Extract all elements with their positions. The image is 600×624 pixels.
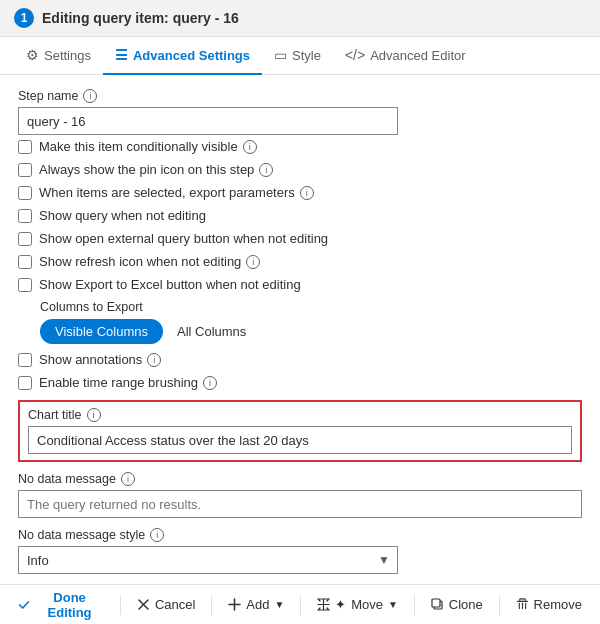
svg-rect-8 (522, 603, 523, 610)
columns-toggle-buttons: Visible Columns All Columns (40, 319, 582, 344)
footer-toolbar: Done Editing Cancel Add ▼ ✦ Move ▼ Clone (0, 584, 600, 624)
style-icon: ▭ (274, 47, 287, 63)
no-data-style-select[interactable]: Info Warning Error Success (18, 546, 398, 574)
footer-divider-1 (120, 595, 121, 615)
advanced-editor-icon: </> (345, 47, 365, 63)
chart-title-section: Chart title i (18, 400, 582, 462)
tab-advanced-editor[interactable]: </> Advanced Editor (333, 37, 478, 75)
visible-columns-button[interactable]: Visible Columns (40, 319, 163, 344)
tab-advanced-settings-label: Advanced Settings (133, 48, 250, 63)
checkbox-pin-icon: Always show the pin icon on this step i (18, 158, 582, 181)
content: Step name i Make this item conditionally… (0, 75, 600, 624)
chart-title-label: Chart title i (28, 408, 572, 422)
checkbox-export-parameters-input[interactable] (18, 186, 32, 200)
checkbox-export-excel-input[interactable] (18, 278, 32, 292)
remove-icon (516, 598, 529, 611)
checkbox-export-excel: Show Export to Excel button when not edi… (18, 273, 582, 296)
columns-export-label: Columns to Export (40, 300, 582, 314)
footer-divider-5 (499, 595, 500, 615)
no-data-message-info-icon[interactable]: i (121, 472, 135, 486)
no-data-message-label: No data message i (18, 472, 582, 486)
svg-rect-5 (432, 599, 440, 607)
checkbox-annotations: Show annotations i (18, 348, 582, 371)
no-data-style-info-icon[interactable]: i (150, 528, 164, 542)
tab-advanced-editor-label: Advanced Editor (370, 48, 465, 63)
header: 1 Editing query item: query - 16 (0, 0, 600, 37)
tab-advanced-settings[interactable]: ☰ Advanced Settings (103, 37, 262, 75)
checkbox-show-query-input[interactable] (18, 209, 32, 223)
footer-divider-4 (414, 595, 415, 615)
step-name-label: Step name i (18, 89, 582, 103)
settings-icon: ⚙ (26, 47, 39, 63)
annotations-info-icon[interactable]: i (147, 353, 161, 367)
columns-export-section: Columns to Export Visible Columns All Co… (18, 300, 582, 344)
checkbox-conditionally-visible-input[interactable] (18, 140, 32, 154)
footer-divider-2 (211, 595, 212, 615)
export-parameters-info-icon[interactable]: i (300, 186, 314, 200)
cancel-button[interactable]: Cancel (127, 592, 205, 617)
nav-tabs: ⚙ Settings ☰ Advanced Settings ▭ Style <… (0, 37, 600, 75)
remove-button[interactable]: Remove (506, 592, 592, 617)
add-chevron-icon: ▼ (274, 599, 284, 610)
done-editing-button[interactable]: Done Editing (8, 585, 114, 625)
no-data-style-label: No data message style i (18, 528, 582, 542)
checkbox-export-parameters: When items are selected, export paramete… (18, 181, 582, 204)
conditionally-visible-info-icon[interactable]: i (243, 140, 257, 154)
pin-icon-info-icon[interactable]: i (259, 163, 273, 177)
add-icon (228, 598, 241, 611)
add-button[interactable]: Add ▼ (218, 592, 294, 617)
checkmark-icon (18, 598, 30, 612)
step-name-info-icon[interactable]: i (83, 89, 97, 103)
tab-settings[interactable]: ⚙ Settings (14, 37, 103, 75)
step-name-input[interactable] (18, 107, 398, 135)
svg-rect-7 (518, 603, 519, 610)
footer-divider-3 (300, 595, 301, 615)
svg-rect-6 (517, 601, 528, 602)
refresh-icon-info-icon[interactable]: i (246, 255, 260, 269)
checkbox-open-external: Show open external query button when not… (18, 227, 582, 250)
move-icon (317, 598, 330, 611)
tab-settings-label: Settings (44, 48, 91, 63)
no-data-style-dropdown-wrapper: Info Warning Error Success ▼ (18, 546, 398, 574)
clone-icon (431, 598, 444, 611)
checkbox-pin-icon-input[interactable] (18, 163, 32, 177)
checkbox-annotations-input[interactable] (18, 353, 32, 367)
header-title: Editing query item: query - 16 (42, 10, 239, 26)
chart-title-info-icon[interactable]: i (87, 408, 101, 422)
tab-style[interactable]: ▭ Style (262, 37, 333, 75)
checkbox-open-external-input[interactable] (18, 232, 32, 246)
svg-rect-9 (525, 603, 526, 610)
all-columns-button[interactable]: All Columns (163, 319, 260, 344)
time-range-info-icon[interactable]: i (203, 376, 217, 390)
checkbox-conditionally-visible: Make this item conditionally visible i (18, 135, 582, 158)
move-button[interactable]: ✦ Move ▼ (307, 592, 408, 617)
checkbox-refresh-icon-input[interactable] (18, 255, 32, 269)
checkbox-time-range-input[interactable] (18, 376, 32, 390)
move-chevron-icon: ▼ (388, 599, 398, 610)
no-data-message-input[interactable] (18, 490, 582, 518)
advanced-settings-icon: ☰ (115, 47, 128, 63)
chart-title-input[interactable] (28, 426, 572, 454)
clone-button[interactable]: Clone (421, 592, 493, 617)
checkbox-show-query: Show query when not editing (18, 204, 582, 227)
tab-style-label: Style (292, 48, 321, 63)
checkbox-refresh-icon: Show refresh icon when not editing i (18, 250, 582, 273)
step-number: 1 (14, 8, 34, 28)
cancel-icon (137, 598, 150, 611)
checkbox-time-range: Enable time range brushing i (18, 371, 582, 394)
